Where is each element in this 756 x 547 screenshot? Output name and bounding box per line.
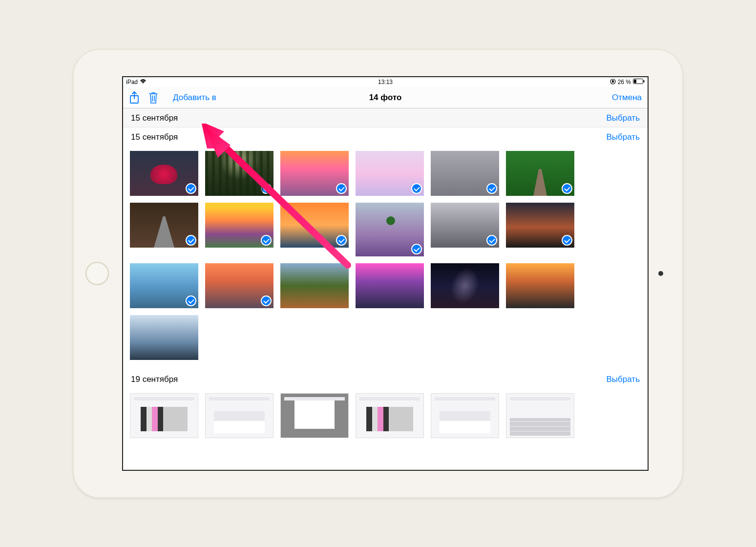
status-bar: iPad 13:13 26 % — [123, 77, 648, 87]
select-button[interactable]: Выбрать — [607, 132, 640, 142]
ipad-device-frame: iPad 13:13 26 % — [73, 49, 683, 498]
battery-percent: 26 % — [618, 79, 631, 85]
selected-check-icon — [261, 183, 272, 194]
photo-thumbnail[interactable] — [506, 151, 574, 196]
selected-check-icon — [486, 235, 497, 246]
home-button[interactable] — [85, 262, 109, 285]
selected-check-icon — [261, 295, 272, 306]
photo-thumbnail[interactable] — [431, 203, 499, 248]
screen: iPad 13:13 26 % — [122, 76, 649, 471]
photo-thumbnail[interactable] — [431, 151, 499, 196]
trash-button[interactable] — [148, 91, 158, 104]
photo-thumbnail[interactable] — [205, 203, 273, 248]
section-header: 15 сентябряВыбрать — [123, 108, 648, 127]
wifi-icon — [140, 79, 147, 85]
orientation-lock-icon — [610, 79, 616, 86]
select-button[interactable]: Выбрать — [607, 375, 640, 384]
photo-thumbnail[interactable] — [130, 393, 198, 438]
photo-thumbnail[interactable] — [130, 315, 198, 360]
selected-check-icon — [261, 235, 272, 246]
photo-thumbnail[interactable] — [356, 151, 424, 196]
selected-check-icon — [562, 183, 572, 194]
add-to-button[interactable]: Добавить в — [173, 93, 216, 103]
photo-grid — [123, 146, 648, 370]
photo-collection[interactable]: 15 сентябряВыбрать15 сентябряВыбрать19 с… — [123, 108, 648, 470]
photo-thumbnail[interactable] — [506, 263, 574, 308]
photo-thumbnail[interactable] — [280, 393, 349, 438]
section-header: 15 сентябряВыбрать — [123, 127, 648, 146]
selected-check-icon — [486, 183, 497, 194]
svg-rect-2 — [634, 80, 636, 83]
cancel-button[interactable]: Отмена — [612, 93, 642, 103]
selected-check-icon — [336, 183, 347, 194]
photo-grid — [123, 388, 648, 448]
selected-check-icon — [186, 295, 196, 306]
photo-thumbnail[interactable] — [280, 203, 349, 248]
photo-thumbnail[interactable] — [130, 263, 198, 308]
clock: 13:13 — [378, 79, 393, 85]
selected-check-icon — [186, 183, 196, 194]
section-date: 15 сентября — [131, 132, 178, 142]
select-button[interactable]: Выбрать — [607, 113, 640, 123]
photo-thumbnail[interactable] — [205, 393, 273, 438]
photo-thumbnail[interactable] — [506, 203, 574, 248]
selected-check-icon — [562, 235, 572, 246]
photo-thumbnail[interactable] — [280, 263, 349, 308]
svg-rect-3 — [644, 80, 645, 83]
selected-check-icon — [186, 235, 196, 246]
selected-check-icon — [336, 235, 347, 246]
photo-thumbnail[interactable] — [356, 263, 424, 308]
share-button[interactable] — [129, 91, 140, 105]
battery-icon — [633, 79, 645, 85]
photo-thumbnail[interactable] — [205, 263, 273, 308]
selected-check-icon — [411, 244, 422, 254]
selected-check-icon — [411, 183, 422, 194]
photo-thumbnail[interactable] — [280, 151, 349, 196]
section-date: 19 сентября — [131, 375, 178, 384]
nav-title: 14 фото — [369, 93, 402, 103]
photo-thumbnail[interactable] — [205, 151, 273, 196]
photo-thumbnail[interactable] — [506, 393, 574, 438]
photo-thumbnail[interactable] — [356, 393, 424, 438]
photo-thumbnail[interactable] — [130, 203, 198, 248]
front-camera — [658, 271, 663, 276]
section-header: 19 сентябряВыбрать — [123, 370, 648, 388]
photo-thumbnail[interactable] — [431, 263, 499, 308]
photo-thumbnail[interactable] — [356, 203, 424, 256]
navigation-bar: Добавить в 14 фото Отмена — [123, 87, 648, 108]
device-label: iPad — [126, 79, 138, 85]
section-date: 15 сентября — [131, 113, 178, 123]
photo-thumbnail[interactable] — [130, 151, 198, 196]
photo-thumbnail[interactable] — [431, 393, 499, 438]
